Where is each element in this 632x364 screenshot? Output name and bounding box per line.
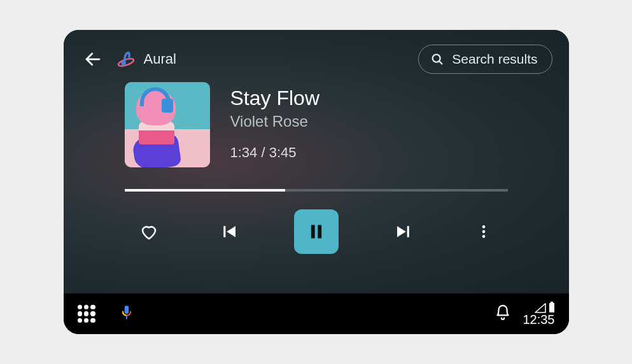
svg-rect-13 [551,302,553,303]
next-button[interactable] [388,216,419,247]
track-elapsed: 1:34 [230,144,258,160]
voice-assistant-button[interactable] [118,304,135,323]
svg-point-1 [117,57,134,67]
svg-point-10 [482,230,485,234]
skip-next-icon [394,222,413,241]
track-artist: Violet Rose [230,113,320,130]
svg-point-9 [482,225,485,228]
favorite-button[interactable] [134,216,164,247]
svg-rect-8 [407,226,409,237]
playback-controls [64,192,569,254]
arrow-left-icon [83,50,102,69]
svg-rect-14 [549,303,554,312]
search-results-label: Search results [452,52,537,67]
bell-icon [495,304,511,321]
more-button[interactable] [468,216,499,247]
pause-button[interactable] [294,209,339,254]
back-button[interactable] [80,46,106,72]
top-bar: Aural Search results [64,30,569,76]
mic-icon [118,304,135,321]
battery-icon [549,302,555,313]
search-icon [430,52,444,66]
app-logo-icon [116,49,136,69]
svg-line-4 [439,61,442,64]
svg-point-11 [482,235,485,238]
svg-rect-5 [223,226,225,237]
track-duration: 3:45 [269,144,297,160]
svg-rect-7 [318,225,321,239]
progress-fill [125,189,286,192]
signal-icon [535,303,546,313]
search-results-button[interactable]: Search results [418,45,552,74]
more-vert-icon [475,223,492,240]
svg-point-2 [121,61,126,66]
system-bar: 12:35 [64,293,569,334]
track-time: 1:34 / 3:45 [230,144,320,161]
svg-rect-6 [311,225,314,239]
now-playing-content: Stay Flow Violet Rose 1:34 / 3:45 [64,76,569,167]
player-area: Aural Search results Stay Flow [64,30,569,293]
track-title: Stay Flow [230,86,320,110]
app-launcher-button[interactable] [78,305,95,323]
app-name: Aural [144,51,176,67]
album-art[interactable] [125,82,210,167]
previous-button[interactable] [214,216,244,247]
track-info: Stay Flow Violet Rose 1:34 / 3:45 [230,82,320,167]
heart-icon [139,222,158,241]
clock: 12:35 [523,313,554,326]
pause-icon [307,223,325,241]
status-tray: 12:35 [523,302,554,326]
progress-bar[interactable] [125,189,508,192]
skip-previous-icon [220,222,239,241]
media-player-screen: Aural Search results Stay Flow [64,30,569,334]
notifications-button[interactable] [495,304,511,323]
